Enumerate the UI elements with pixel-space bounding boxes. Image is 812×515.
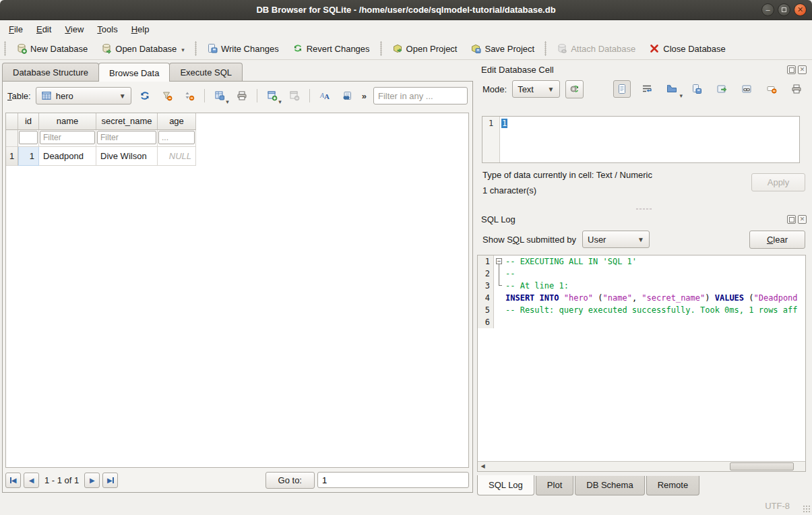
revert-changes-button[interactable]: Revert Changes [286,40,376,57]
row-header[interactable]: 1 [6,147,18,166]
record-range-label: 1 - 1 of 1 [42,475,82,485]
dock-float-icon[interactable] [787,65,796,74]
column-header-id[interactable]: id [18,113,39,130]
next-record-button[interactable]: ▶ [84,473,100,488]
save-project-button[interactable]: Save Project [464,40,540,57]
dock-close-icon[interactable]: ✕ [798,215,807,224]
set-null-button[interactable] [763,80,780,98]
link-button[interactable] [738,80,755,98]
insert-record-button[interactable]: ▾ [263,87,281,104]
window-controls: – ✕ [761,3,807,16]
tab-plot[interactable]: Plot [536,476,573,495]
menu-file[interactable]: File [3,22,29,36]
apply-data-button[interactable] [713,80,730,98]
filter-any-column-input[interactable] [373,87,468,104]
menu-help[interactable]: Help [125,22,156,36]
open-project-button[interactable]: Open Project [386,40,464,57]
cell-type-label: Type of data currently in cell: Text / N… [482,170,652,180]
last-record-button[interactable]: ▶ [102,473,118,488]
auto-apply-button[interactable] [565,80,584,98]
cell-id[interactable]: 1 [18,147,39,166]
new-database-button[interactable]: New Database [10,40,94,57]
menu-tools[interactable]: Tools [91,22,123,36]
open-database-button[interactable]: Open Database ▾ [95,40,191,57]
refresh-button[interactable] [136,87,154,104]
export-cell-button[interactable] [688,80,706,98]
svg-text:A: A [324,92,330,100]
resize-grip[interactable] [803,505,811,513]
scroll-left-icon[interactable]: ◀ [478,462,488,471]
clear-log-button[interactable]: Clear [749,231,805,249]
dock-splitter[interactable] [476,206,812,212]
sql-source-selector[interactable]: User ▼ [582,231,650,248]
first-record-button[interactable]: ◀ [5,473,21,488]
maximize-button[interactable] [778,3,790,16]
cell-age[interactable]: NULL [158,147,196,166]
cell-editor-content[interactable]: 1 [501,119,507,128]
fold-marker-icon[interactable]: − [496,258,502,264]
sql-log-viewer[interactable]: 1−-- EXECUTING ALL IN 'SQL 1'2--3-- At l… [477,255,806,472]
dock-float-icon[interactable] [787,215,796,224]
chevron-down-icon: ▼ [548,86,555,93]
insert-record-dropdown-icon[interactable]: ▾ [278,98,282,106]
goto-input[interactable] [317,472,469,488]
cell-editor-line-number: 1 [482,117,500,162]
sql-source-value: User [588,235,606,245]
left-pane: Database Structure Browse Data Execute S… [0,61,474,497]
filter-input-secret-name[interactable] [97,131,156,144]
word-wrap-button[interactable] [638,80,656,98]
fold-marker-icon[interactable] [499,268,499,280]
import-dropdown-icon[interactable]: ▾ [679,92,683,100]
fold-marker-icon[interactable] [499,280,502,286]
tab-sql-log[interactable]: SQL Log [477,475,534,495]
refresh-icon [139,90,150,101]
tab-remote[interactable]: Remote [646,476,700,495]
edit-font-button[interactable]: AA [316,87,334,104]
font-icon: AA [319,90,330,101]
save-results-button[interactable]: ▾ [211,87,228,104]
statusbar: UTF-8 [0,497,812,515]
sql-log-line: 3-- At line 1: [478,280,805,292]
close-database-button[interactable]: Close Database [643,40,732,57]
chevron-down-icon: ▼ [637,236,644,243]
previous-record-button[interactable]: ◀ [24,473,39,488]
print-cell-button[interactable] [788,80,805,98]
mode-selector[interactable]: Text ▼ [512,80,559,98]
tab-db-schema[interactable]: DB Schema [575,476,644,495]
filter-input-name[interactable] [40,131,95,144]
cell-editor[interactable]: 1 1 [482,116,800,163]
toolbar-overflow-chevron[interactable]: » [361,91,368,101]
filter-input-age[interactable] [158,131,195,144]
column-header-secret-name[interactable]: secret_name [96,113,158,130]
close-button[interactable]: ✕ [794,3,807,16]
column-header-age[interactable]: age [158,113,196,130]
grid-corner[interactable] [6,113,18,130]
browse-data-panel: Table: hero ▼ ▾ [2,81,473,493]
menu-view[interactable]: View [59,22,90,36]
text-document-button[interactable] [613,80,631,98]
print-button[interactable] [233,87,251,104]
cell-name[interactable]: Deadpond [39,147,96,166]
dock-close-icon[interactable]: ✕ [798,65,807,74]
filter-input-id[interactable] [19,131,38,144]
table-selector-value: hero [56,91,73,101]
tab-database-structure[interactable]: Database Structure [2,63,99,81]
write-changes-button[interactable]: Write Changes [201,40,285,57]
horizontal-scrollbar[interactable]: ◀ ▶ [478,461,805,471]
cell-secret-name[interactable]: Dive Wilson [96,147,158,166]
import-cell-button[interactable]: ▾ [663,80,681,98]
menu-edit[interactable]: Edit [30,22,57,36]
minimize-button[interactable]: – [761,3,774,16]
clear-filters-button[interactable] [158,87,176,104]
tab-browse-data[interactable]: Browse Data [98,63,170,82]
scrollbar-thumb[interactable] [730,462,794,471]
clear-sorting-button[interactable] [181,87,198,104]
column-header-name[interactable]: name [39,113,96,130]
table-selector[interactable]: hero ▼ [36,87,131,104]
save-results-dropdown-icon[interactable]: ▾ [226,98,229,106]
tab-execute-sql[interactable]: Execute SQL [169,63,243,81]
save-file-icon [691,84,702,94]
goto-button[interactable]: Go to: [266,472,315,489]
open-database-dropdown-icon[interactable]: ▾ [181,47,185,54]
table-format-button[interactable] [338,87,356,104]
